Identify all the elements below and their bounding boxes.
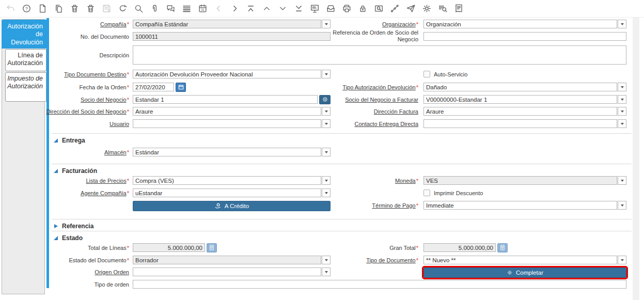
previous-record-icon[interactable] xyxy=(213,4,224,14)
down-icon[interactable] xyxy=(277,4,288,14)
imprimir-descuento-checkbox[interactable] xyxy=(423,190,430,196)
tipo-orden-input[interactable] xyxy=(133,280,626,289)
field-label: Auto-Servicio xyxy=(434,71,467,77)
field-label: Usuario xyxy=(109,121,129,127)
presentation-icon[interactable] xyxy=(309,4,320,14)
last-record-icon[interactable] xyxy=(293,4,304,14)
section-title: Facturación xyxy=(62,167,97,175)
calendar-picker-icon[interactable] xyxy=(176,83,186,92)
preferences-icon[interactable] xyxy=(421,4,432,14)
tab-autorizacion-devolucion[interactable]: Autorización de Devolución xyxy=(2,20,46,49)
chevron-down-icon[interactable] xyxy=(322,70,331,78)
report-icon[interactable] xyxy=(453,4,464,14)
chevron-down-icon[interactable] xyxy=(618,83,626,91)
attachment-icon[interactable] xyxy=(149,4,160,14)
a-credito-button[interactable]: A Crédito xyxy=(133,201,331,211)
workflow-icon[interactable] xyxy=(389,4,400,14)
chat-icon[interactable] xyxy=(165,4,176,14)
no-documento-input[interactable] xyxy=(133,32,331,41)
print-icon[interactable] xyxy=(341,4,352,14)
field-label: Fecha de la Orden xyxy=(80,84,127,90)
section-facturacion[interactable]: Facturación xyxy=(52,164,632,175)
tipo-documento-destino-select[interactable] xyxy=(133,70,321,78)
termino-pago-select[interactable] xyxy=(423,201,617,210)
field-label: Socio del Negocio a Facturar xyxy=(345,97,418,103)
referencia-orden-input[interactable] xyxy=(423,32,626,41)
chevron-down-icon[interactable] xyxy=(618,119,626,128)
completar-button[interactable]: Completar xyxy=(423,267,626,278)
chevron-down-icon[interactable] xyxy=(322,148,331,156)
archive-icon[interactable] xyxy=(325,4,336,14)
lista-precios-select[interactable] xyxy=(133,176,321,185)
chevron-down-icon[interactable] xyxy=(322,188,331,197)
product-info-icon[interactable] xyxy=(437,4,448,14)
up-icon[interactable] xyxy=(261,4,272,14)
chevron-down-icon[interactable] xyxy=(618,176,626,185)
organizacion-select[interactable] xyxy=(423,20,617,28)
gran-total-input[interactable] xyxy=(423,243,496,252)
descripcion-textarea[interactable] xyxy=(133,45,626,65)
field-label: Descripción xyxy=(100,52,129,58)
required-marker: * xyxy=(416,202,418,209)
field-label: Socio del Negocio xyxy=(81,97,127,103)
section-estado[interactable]: Estado xyxy=(52,231,632,242)
estado-documento-select[interactable] xyxy=(133,256,321,264)
required-marker: * xyxy=(416,178,418,184)
chevron-down-icon[interactable] xyxy=(618,256,626,264)
delete-selection-icon[interactable] xyxy=(85,4,96,14)
almacen-select[interactable] xyxy=(133,148,321,156)
zoom-across-icon[interactable] xyxy=(373,4,384,14)
undo-icon[interactable] xyxy=(5,4,15,14)
chevron-down-icon[interactable] xyxy=(618,107,626,116)
origen-orden-select[interactable] xyxy=(133,267,321,276)
tab-label: Autorización de Devolución xyxy=(7,23,43,46)
required-marker: * xyxy=(127,149,129,155)
tab-label: Línea de Autorización xyxy=(7,52,43,67)
grid-toggle-icon[interactable] xyxy=(181,4,192,14)
tab-linea-autorizacion[interactable]: Línea de Autorización xyxy=(5,49,46,71)
direccion-socio-select[interactable] xyxy=(133,107,321,116)
next-record-icon[interactable] xyxy=(229,4,240,14)
socio-negocio-input[interactable] xyxy=(133,95,318,104)
tab-impuesto-autorizacion[interactable]: Impuesto de Autorización xyxy=(5,72,46,102)
chevron-down-icon[interactable] xyxy=(322,267,331,276)
tipo-autorizacion-devolucion-select[interactable] xyxy=(423,83,617,91)
lock-icon[interactable] xyxy=(357,4,368,14)
contacto-entrega-select[interactable] xyxy=(423,119,617,128)
socio-negocio-facturar-select[interactable] xyxy=(423,95,617,104)
section-entrega[interactable]: Entrega xyxy=(52,133,632,144)
moneda-select[interactable] xyxy=(423,176,617,185)
send-icon[interactable] xyxy=(405,4,416,14)
save-icon[interactable] xyxy=(101,4,112,14)
credit-icon xyxy=(214,203,222,209)
field-label: Agente Compañía xyxy=(81,190,127,196)
button-label: A Crédito xyxy=(225,203,249,209)
fecha-orden-input[interactable] xyxy=(133,83,174,91)
field-label: Tipo Documento Destino xyxy=(64,71,127,77)
help-icon[interactable]: ? xyxy=(21,4,32,14)
find-icon[interactable] xyxy=(133,4,144,14)
chevron-down-icon[interactable] xyxy=(618,20,626,28)
chevron-down-icon[interactable] xyxy=(618,201,626,210)
bpartner-info-icon[interactable] xyxy=(319,95,331,104)
section-referencia[interactable]: Referencia xyxy=(52,219,632,230)
calculator-icon[interactable] xyxy=(497,243,508,252)
svg-text:?: ? xyxy=(25,6,28,11)
new-record-icon[interactable] xyxy=(37,4,48,14)
field-label: Estado del Documento xyxy=(69,257,126,263)
agente-compania-select[interactable] xyxy=(133,188,321,197)
delete-record-icon[interactable] xyxy=(69,4,80,14)
gear-icon xyxy=(507,270,513,276)
calendar-31-icon[interactable]: 31 xyxy=(197,4,208,14)
tipo-documento-select[interactable] xyxy=(423,256,617,264)
compania-select[interactable] xyxy=(133,20,321,28)
auto-servicio-checkbox[interactable] xyxy=(423,71,430,77)
chevron-down-icon[interactable] xyxy=(618,95,626,104)
first-record-icon[interactable] xyxy=(245,4,256,14)
copy-record-icon[interactable] xyxy=(53,4,64,14)
direccion-factura-select[interactable] xyxy=(423,107,617,116)
total-lineas-input[interactable] xyxy=(133,243,205,252)
calculator-icon[interactable] xyxy=(207,243,217,252)
usuario-select[interactable] xyxy=(133,119,321,128)
refresh-icon[interactable] xyxy=(117,4,128,14)
